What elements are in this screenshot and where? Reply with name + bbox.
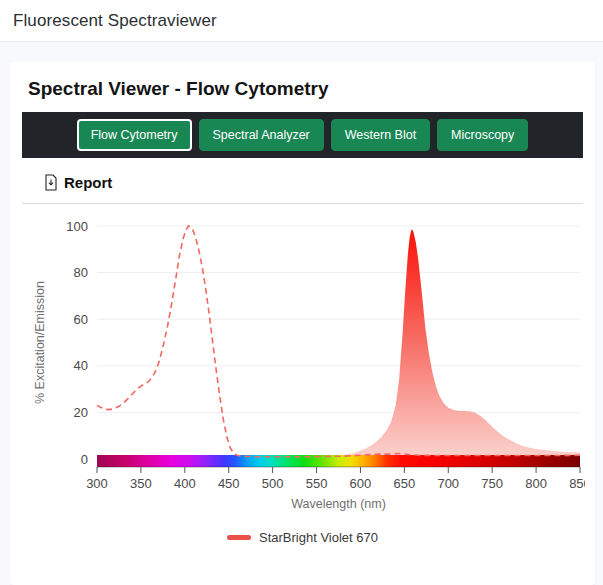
x-tick-label: 550 — [306, 476, 328, 491]
page-background: Spectral Viewer - Flow Cytometry Flow Cy… — [0, 42, 603, 585]
app-title: Fluorescent Spectraviewer — [13, 11, 217, 31]
x-tick-label: 500 — [262, 476, 284, 491]
y-tick-label: 100 — [66, 219, 88, 234]
emission-area — [220, 230, 580, 460]
y-tick-label: 60 — [74, 312, 88, 327]
report-link[interactable]: Report — [44, 174, 112, 191]
file-download-icon — [44, 174, 58, 191]
x-axis-title: Wavelength (nm) — [291, 497, 386, 511]
x-tick-label: 700 — [437, 476, 459, 491]
spectral-viewer-card: Spectral Viewer - Flow Cytometry Flow Cy… — [10, 62, 595, 585]
excitation-curve — [97, 226, 580, 457]
legend-label: StarBright Violet 670 — [259, 530, 378, 545]
x-tick-label: 350 — [130, 476, 152, 491]
x-tick-label: 800 — [525, 476, 547, 491]
x-tick-label: 750 — [481, 476, 503, 491]
tab-microscopy[interactable]: Microscopy — [437, 119, 528, 152]
legend-line-marker — [227, 535, 251, 540]
x-tick-label: 300 — [86, 476, 108, 491]
divider — [22, 203, 583, 204]
y-tick-label: 40 — [74, 358, 88, 373]
tab-spectral-analyzer[interactable]: Spectral Analyzer — [199, 119, 324, 152]
chart-container: 0204060801003003504004505005506006507007… — [20, 210, 585, 545]
y-tick-label: 20 — [74, 405, 88, 420]
x-tick-label: 600 — [350, 476, 372, 491]
y-axis-title: % Excitation/Emission — [33, 281, 47, 404]
report-label: Report — [64, 174, 112, 191]
y-tick-label: 80 — [74, 265, 88, 280]
x-tick-label: 400 — [174, 476, 196, 491]
legend-item[interactable]: StarBright Violet 670 — [20, 530, 585, 545]
gridlines: 020406080100 — [66, 219, 580, 467]
app-header: Fluorescent Spectraviewer — [0, 0, 603, 42]
y-tick-label: 0 — [81, 452, 88, 467]
spectra-chart: 0204060801003003504004505005506006507007… — [20, 210, 585, 516]
mode-toolbar: Flow Cytometry Spectral Analyzer Western… — [22, 112, 583, 158]
card-title: Spectral Viewer - Flow Cytometry — [28, 78, 577, 100]
tab-flow-cytometry[interactable]: Flow Cytometry — [77, 119, 192, 152]
x-tick-label: 450 — [218, 476, 240, 491]
x-tick-label: 850 — [569, 476, 585, 491]
tab-western-blot[interactable]: Western Blot — [331, 119, 430, 152]
x-tick-label: 650 — [394, 476, 416, 491]
x-axis: 300350400450500550600650700750800850 — [86, 467, 585, 491]
